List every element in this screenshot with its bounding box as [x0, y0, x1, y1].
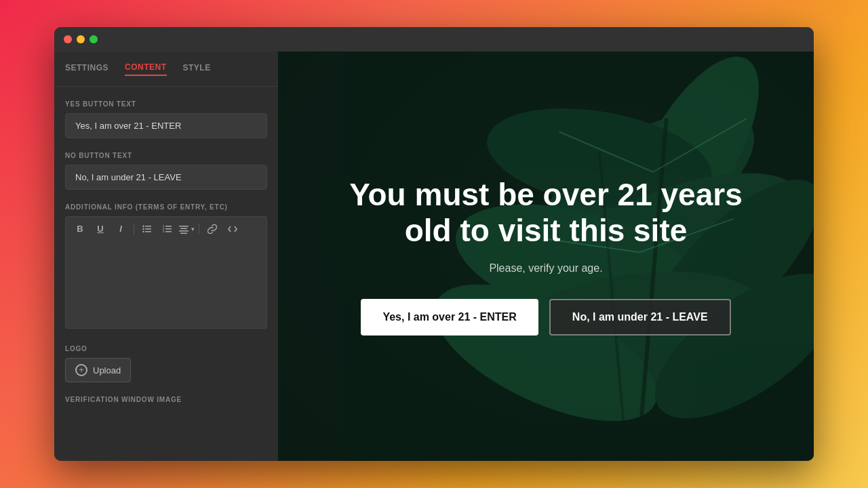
- svg-rect-15: [180, 232, 187, 234]
- svg-rect-2: [145, 231, 151, 232]
- italic-button[interactable]: I: [112, 221, 130, 237]
- yes-button-label: YES BUTTON TEXT: [65, 100, 267, 108]
- no-button-label: NO BUTTON TEXT: [65, 152, 267, 159]
- titlebar: [54, 27, 814, 52]
- preview-buttons: Yes, I am over 21 - ENTER No, I am under…: [342, 299, 749, 336]
- svg-point-5: [142, 230, 144, 232]
- preview-title: You must be over 21 years old to visit t…: [342, 177, 749, 249]
- logo-field: LOGO + Upload: [65, 345, 267, 382]
- rich-text-toolbar: B U I 123: [65, 216, 267, 241]
- panel-content: YES BUTTON TEXT NO BUTTON TEXT ADDITIONA…: [54, 87, 278, 422]
- svg-rect-6: [165, 226, 172, 227]
- svg-rect-7: [165, 228, 172, 230]
- minimize-dot[interactable]: [77, 35, 85, 43]
- verification-image-label: VERIFICATION WINDOW IMAGE: [65, 396, 267, 403]
- expand-dot[interactable]: [90, 35, 98, 43]
- preview-subtitle: Please, verify your age.: [342, 262, 749, 274]
- svg-rect-14: [179, 230, 189, 232]
- preview-content: You must be over 21 years old to visit t…: [315, 150, 776, 363]
- code-button[interactable]: [224, 222, 241, 237]
- tab-settings[interactable]: SETTINGS: [65, 63, 108, 75]
- yes-button-field: YES BUTTON TEXT: [65, 100, 267, 138]
- tab-bar: SETTINGS CONTENT STYLE: [54, 52, 278, 87]
- svg-point-4: [142, 228, 144, 229]
- upload-label: Upload: [93, 365, 121, 375]
- link-button[interactable]: [203, 222, 221, 237]
- toolbar-divider-2: [199, 224, 199, 235]
- underline-button[interactable]: U: [92, 221, 109, 237]
- preview-area: You must be over 21 years old to visit t…: [278, 52, 814, 461]
- additional-info-textarea[interactable]: [65, 241, 267, 329]
- close-dot[interactable]: [64, 35, 72, 43]
- bold-button[interactable]: B: [71, 221, 89, 237]
- verification-image-field: VERIFICATION WINDOW IMAGE: [65, 396, 267, 409]
- yes-button-input[interactable]: [65, 113, 267, 138]
- unordered-list-button[interactable]: [138, 222, 156, 237]
- preview-no-button[interactable]: No, I am under 21 - LEAVE: [549, 299, 731, 336]
- upload-icon: +: [75, 364, 87, 376]
- additional-info-field: ADDITIONAL INFO (TERMS OF ENTRY, ETC) B …: [65, 203, 267, 331]
- svg-rect-0: [145, 226, 151, 227]
- tab-style[interactable]: STYLE: [183, 63, 211, 75]
- svg-point-3: [142, 225, 144, 226]
- upload-button[interactable]: + Upload: [65, 358, 131, 382]
- left-panel: SETTINGS CONTENT STYLE YES BUTTON TEXT N…: [54, 52, 278, 461]
- svg-rect-12: [179, 226, 189, 227]
- preview-yes-button[interactable]: Yes, I am over 21 - ENTER: [361, 299, 538, 336]
- toolbar-divider-1: [134, 224, 134, 235]
- align-chevron-icon: ▾: [191, 226, 195, 232]
- ordered-list-button[interactable]: 123: [159, 222, 176, 237]
- no-button-input[interactable]: [65, 165, 267, 190]
- no-button-field: NO BUTTON TEXT: [65, 152, 267, 190]
- main-area: SETTINGS CONTENT STYLE YES BUTTON TEXT N…: [54, 52, 814, 461]
- additional-info-label: ADDITIONAL INFO (TERMS OF ENTRY, ETC): [65, 203, 267, 211]
- svg-text:3: 3: [163, 230, 165, 233]
- svg-rect-13: [180, 228, 187, 229]
- align-dropdown[interactable]: ▾: [179, 224, 195, 234]
- app-window: SETTINGS CONTENT STYLE YES BUTTON TEXT N…: [54, 27, 814, 461]
- svg-rect-8: [165, 231, 172, 232]
- logo-label: LOGO: [65, 345, 267, 352]
- tab-content[interactable]: CONTENT: [125, 62, 167, 76]
- svg-rect-1: [145, 228, 151, 230]
